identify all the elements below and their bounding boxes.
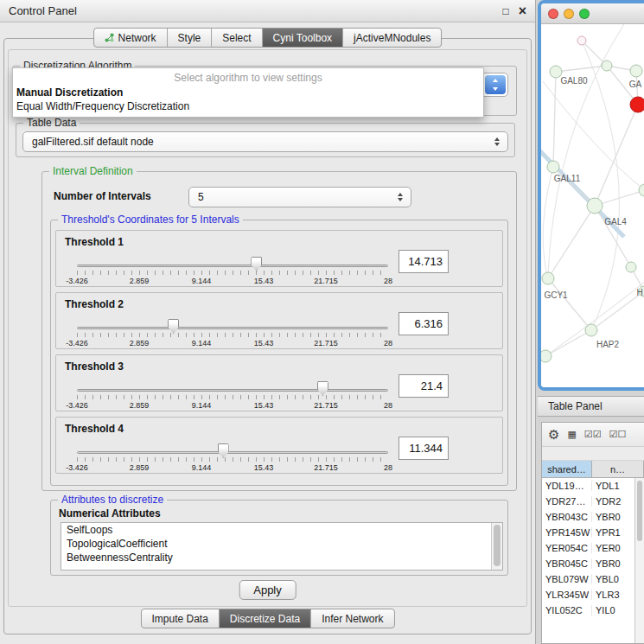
slider-track bbox=[77, 389, 388, 392]
table-row[interactable]: YLR345WYLR3 bbox=[542, 587, 644, 603]
cell-shared-name: YBL079W bbox=[542, 574, 592, 584]
algorithm-option[interactable]: Manual Discretization bbox=[13, 86, 483, 99]
table-data-group-title: Table Data bbox=[23, 117, 80, 129]
traffic-close-icon[interactable] bbox=[548, 9, 558, 19]
threshold-value-field[interactable]: 11.344 bbox=[399, 437, 449, 460]
thresholds-group-title: Threshold's Coordinates for 5 Intervals bbox=[58, 214, 243, 226]
scale-label: 21.715 bbox=[314, 463, 338, 472]
scale-label: 2.859 bbox=[130, 339, 150, 348]
node-label: H bbox=[636, 288, 642, 297]
scrollbar-thumb[interactable] bbox=[637, 481, 642, 541]
threshold-slider[interactable] bbox=[77, 379, 388, 402]
slider-thumb[interactable] bbox=[251, 257, 262, 271]
scale-label: 9.144 bbox=[192, 277, 212, 285]
network-edge bbox=[548, 278, 591, 330]
tab-infer-network[interactable]: Infer Network bbox=[311, 609, 393, 628]
attributes-list-box: SelfLoopsTopologicalCoefficientBetweenne… bbox=[61, 522, 503, 571]
slider-thumb[interactable] bbox=[218, 443, 229, 458]
network-node-gal11[interactable] bbox=[547, 161, 559, 173]
cell-shared-name: YDL19… bbox=[542, 481, 592, 491]
network-canvas[interactable]: GAL80GAGAL11GAL4GCY1HHAP2 bbox=[541, 24, 644, 387]
network-node[interactable] bbox=[630, 97, 644, 112]
scale-label: 9.144 bbox=[192, 401, 212, 410]
select-some-columns-icon[interactable]: ☑☐ bbox=[609, 430, 627, 439]
attribute-item[interactable]: TopologicalCoefficient bbox=[61, 537, 502, 551]
slider-ticks bbox=[77, 457, 388, 462]
tab-select[interactable]: Select bbox=[212, 29, 262, 47]
network-node[interactable] bbox=[626, 262, 636, 272]
threshold-value-field[interactable]: 14.713 bbox=[399, 250, 449, 273]
network-titlebar[interactable] bbox=[541, 3, 644, 24]
table-row[interactable]: YIL052CYIL0 bbox=[542, 603, 644, 618]
tab-style[interactable]: Style bbox=[168, 29, 213, 47]
threshold-slider[interactable] bbox=[77, 317, 388, 340]
slider-track bbox=[77, 327, 388, 329]
tab-label: Network bbox=[118, 32, 156, 44]
attribute-item[interactable]: SelfLoops bbox=[61, 523, 502, 537]
tab-jactivemnodules[interactable]: jActiveMNodules bbox=[343, 29, 441, 47]
network-node[interactable] bbox=[577, 36, 586, 45]
float-window-icon[interactable]: □ bbox=[502, 5, 508, 17]
slider-thumb[interactable] bbox=[168, 319, 179, 334]
network-node[interactable] bbox=[602, 61, 612, 71]
threshold-slider[interactable] bbox=[77, 255, 388, 277]
network-node-gal4[interactable] bbox=[587, 198, 603, 214]
scrollbar-thumb[interactable] bbox=[494, 525, 501, 566]
algorithm-option[interactable]: Equal Width/Frequency Discretization bbox=[13, 99, 483, 113]
close-window-icon[interactable]: × bbox=[519, 4, 526, 18]
apply-button[interactable]: Apply bbox=[239, 580, 296, 600]
tab-cyni-toolbox[interactable]: Cyni Toolbox bbox=[263, 29, 343, 47]
bottom-tab-strip: Impute DataDiscretize DataInfer Network bbox=[140, 609, 394, 628]
network-edge bbox=[548, 24, 624, 278]
node-label: GA bbox=[629, 80, 642, 89]
network-node-gcy1[interactable] bbox=[542, 272, 554, 284]
traffic-minimize-icon[interactable] bbox=[564, 9, 574, 19]
table-row[interactable]: YPR145WYPR1 bbox=[542, 525, 644, 540]
network-edge bbox=[553, 72, 556, 167]
scale-label: -3.426 bbox=[66, 401, 88, 410]
table-row[interactable]: YDR27…YDR2 bbox=[542, 494, 644, 509]
table-data-combobox[interactable]: galFiltered.sif default node bbox=[22, 131, 508, 152]
select-all-columns-icon[interactable]: ☑☑ bbox=[584, 430, 602, 439]
threshold-slider[interactable] bbox=[77, 442, 388, 464]
table-row[interactable]: YDL19…YDL1 bbox=[542, 478, 644, 494]
traffic-zoom-icon[interactable] bbox=[579, 9, 590, 19]
combo-arrows-icon bbox=[485, 75, 506, 94]
column-header-1[interactable]: shared… bbox=[542, 461, 592, 478]
table-row[interactable]: YBL079WYBL0 bbox=[542, 571, 644, 587]
network-node[interactable] bbox=[541, 350, 552, 362]
numerical-attributes-label: Numerical Attributes bbox=[59, 507, 161, 520]
table-row[interactable]: YBR045CYBR0 bbox=[542, 556, 644, 571]
control-panel-titlebar[interactable]: Control Panel □ × bbox=[0, 0, 535, 22]
scale-label: 28 bbox=[384, 277, 392, 285]
attributes-scrollbar[interactable] bbox=[491, 523, 502, 570]
network-node-hap2[interactable] bbox=[585, 324, 597, 336]
gear-icon[interactable]: ⚙ bbox=[548, 428, 559, 441]
columns-icon[interactable]: ▦ bbox=[567, 430, 576, 439]
table-row[interactable]: YBR043CYBR0 bbox=[542, 509, 644, 525]
scale-label: 21.715 bbox=[314, 339, 338, 348]
table-scrollbar[interactable] bbox=[634, 478, 644, 643]
tab-label: Select bbox=[222, 32, 251, 44]
attribute-item[interactable]: BetweennessCentrality bbox=[61, 551, 502, 564]
column-header-2[interactable]: n… bbox=[592, 461, 644, 478]
tab-impute-data[interactable]: Impute Data bbox=[141, 609, 219, 628]
tab-discretize-data[interactable]: Discretize Data bbox=[220, 609, 311, 628]
algorithm-popup-items: Manual DiscretizationEqual Width/Frequen… bbox=[13, 86, 483, 113]
scale-label: -3.426 bbox=[66, 339, 88, 348]
tab-label: Style bbox=[178, 32, 201, 44]
table-panel-titlebar[interactable]: Table Panel bbox=[538, 396, 644, 417]
scale-label: 2.859 bbox=[130, 277, 150, 285]
table-row[interactable]: YER054CYER0 bbox=[542, 540, 644, 556]
slider-thumb[interactable] bbox=[317, 381, 328, 396]
slider-ticks bbox=[77, 395, 388, 399]
slider-ticks bbox=[77, 271, 388, 275]
number-of-intervals-combobox[interactable]: 5 bbox=[188, 187, 411, 207]
slider-track bbox=[77, 451, 388, 454]
tab-label: Cyni Toolbox bbox=[273, 32, 332, 44]
threshold-value-field[interactable]: 6.316 bbox=[399, 312, 449, 335]
network-node-ga[interactable] bbox=[630, 65, 642, 77]
algorithm-popup: Select algorithm to view settings Manual… bbox=[12, 67, 484, 118]
tab-network[interactable]: Network bbox=[94, 29, 168, 47]
threshold-value-field[interactable]: 21.4 bbox=[399, 374, 449, 398]
